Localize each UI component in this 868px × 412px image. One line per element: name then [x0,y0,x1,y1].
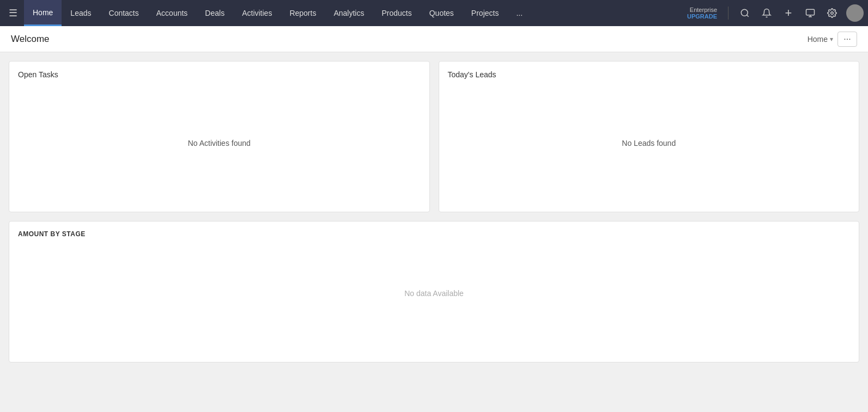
nav-item-analytics-label: Analytics [333,9,364,17]
add-icon[interactable]: + [779,3,798,23]
subheader-right: Home ▾ ··· [808,32,857,47]
nav-item-accounts[interactable]: Accounts [148,0,197,26]
nav-item-home[interactable]: Home [24,0,62,26]
nav-item-activities-label: Activities [242,9,272,17]
nav-item-contacts-label: Contacts [109,9,139,17]
nav-item-contacts[interactable]: Contacts [100,0,148,26]
subheader: Welcome Home ▾ ··· [0,26,868,52]
amount-by-stage-no-data: No data Available [18,244,850,342]
svg-line-1 [746,15,748,16]
subheader-more-button[interactable]: ··· [837,32,857,47]
nav-item-projects[interactable]: Projects [463,0,508,26]
nav-item-leads-label: Leads [70,9,91,17]
no-data-label: No data Available [404,289,464,298]
nav-item-activities[interactable]: Activities [233,0,281,26]
nav-right-section: Enterprise UPGRADE + [687,3,864,23]
page-title: Welcome [11,34,50,45]
nav-item-reports-label: Reports [289,9,316,17]
open-tasks-panel: Open Tasks No Activities found [9,61,430,212]
nav-item-deals[interactable]: Deals [196,0,233,26]
amount-by-stage-panel: AMOUNT BY STAGE No data Available [9,221,859,362]
todays-leads-title: Today's Leads [448,70,851,79]
search-icon[interactable] [735,3,755,23]
bell-icon[interactable] [757,3,776,23]
nav-item-accounts-label: Accounts [156,9,188,17]
svg-point-0 [741,9,748,16]
svg-rect-2 [806,9,815,15]
nav-item-more[interactable]: ... [507,0,531,26]
nav-items-container: Home Leads Contacts Accounts Deals Activ… [24,0,687,26]
enterprise-block: Enterprise UPGRADE [687,7,717,20]
open-tasks-empty-message: No Activities found [18,83,421,203]
nav-item-products-label: Products [381,9,411,17]
nav-divider [728,7,729,20]
nav-item-analytics[interactable]: Analytics [325,0,373,26]
open-tasks-no-activities: No Activities found [188,139,251,147]
todays-leads-no-leads: No Leads found [622,139,676,147]
amount-by-stage-title: AMOUNT BY STAGE [18,230,850,238]
top-navigation: ☰ Home Leads Contacts Accounts Deals Act… [0,0,868,26]
nav-item-quotes-label: Quotes [429,9,454,17]
todays-leads-panel: Today's Leads No Leads found [439,61,860,212]
nav-item-quotes[interactable]: Quotes [421,0,463,26]
avatar[interactable] [846,4,864,22]
nav-item-reports[interactable]: Reports [281,0,325,26]
nav-item-projects-label: Projects [471,9,499,17]
screen-icon[interactable] [800,3,820,23]
nav-item-home-label: Home [33,8,53,17]
more-icon: ··· [843,34,851,44]
main-content: Open Tasks No Activities found Today's L… [0,52,868,412]
todays-leads-empty-message: No Leads found [448,83,851,203]
nav-item-deals-label: Deals [205,9,224,17]
nav-item-products[interactable]: Products [373,0,420,26]
open-tasks-title: Open Tasks [18,70,421,79]
breadcrumb-chevron-icon: ▾ [830,35,833,43]
breadcrumb-home-label: Home [808,35,828,44]
hamburger-menu-icon[interactable]: ☰ [4,4,22,22]
top-panels-row: Open Tasks No Activities found Today's L… [9,61,859,212]
upgrade-button[interactable]: UPGRADE [687,13,717,20]
settings-icon[interactable] [822,3,842,23]
enterprise-label: Enterprise [690,7,717,13]
svg-point-5 [831,12,834,15]
breadcrumb[interactable]: Home ▾ [808,35,833,44]
nav-item-more-label: ... [516,9,523,17]
nav-item-leads[interactable]: Leads [62,0,100,26]
